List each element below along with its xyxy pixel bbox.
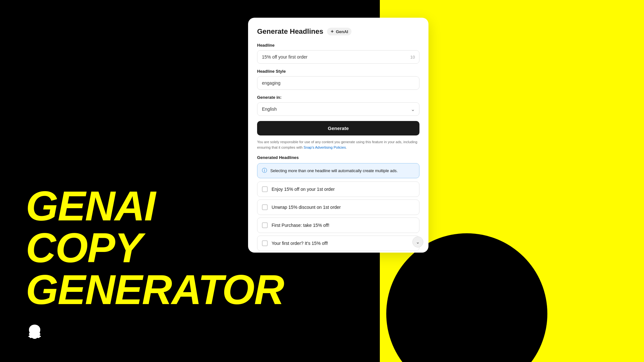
- scroll-down-button[interactable]: ⌄: [412, 237, 423, 247]
- scroll-down-icon: ⌄: [416, 239, 420, 245]
- headline-option-2[interactable]: Unwrap 15% discount on 1st order: [257, 200, 419, 215]
- headline-text-1: Enjoy 15% off on your 1st order: [272, 187, 335, 192]
- disclaimer-link[interactable]: Snap's Advertising Policies: [303, 145, 346, 149]
- info-banner-text: Selecting more than one headline will au…: [270, 169, 398, 173]
- snapchat-logo: [26, 324, 43, 343]
- checkbox-3[interactable]: [262, 222, 268, 228]
- generated-headlines-label: Generated Headlines: [257, 155, 419, 160]
- disclaimer: You are solely responsible for use of an…: [257, 139, 419, 150]
- generate-button[interactable]: Generate: [257, 121, 419, 135]
- panel-card: Generate Headlines ✦ GenAI Headline 10 H…: [248, 18, 428, 253]
- snapchat-ghost-icon: [26, 324, 43, 341]
- generate-in-label: Generate in:: [257, 95, 419, 100]
- title-line2: Copy Generator: [26, 227, 219, 311]
- headline-style-input[interactable]: [257, 76, 419, 90]
- panel-header: Generate Headlines ✦ GenAI: [257, 27, 419, 36]
- headline-label: Headline: [257, 43, 419, 48]
- generate-in-select-wrap: English French Spanish German Italian Po…: [257, 102, 419, 116]
- info-icon: ⓘ: [262, 167, 267, 174]
- headline-input[interactable]: [257, 50, 419, 64]
- headline-style-label: Headline Style: [257, 69, 419, 74]
- headline-input-wrap: 10: [257, 50, 419, 64]
- checkbox-4[interactable]: [262, 240, 268, 246]
- char-count: 10: [410, 55, 415, 60]
- badge-icon: ✦: [330, 29, 334, 34]
- left-panel: GenAI Copy Generator: [0, 0, 245, 362]
- panel-title: Generate Headlines: [257, 27, 323, 36]
- checkbox-1[interactable]: [262, 186, 268, 192]
- checkbox-2[interactable]: [262, 204, 268, 210]
- genai-badge: ✦ GenAI: [327, 28, 351, 35]
- info-banner: ⓘ Selecting more than one headline will …: [257, 163, 419, 178]
- badge-label: GenAI: [336, 29, 348, 34]
- headline-text-2: Unwrap 15% discount on 1st order: [272, 205, 341, 210]
- headline-option-4[interactable]: Your first order? It's 15% off!: [257, 236, 419, 251]
- headline-style-wrap: [257, 76, 419, 90]
- main-title: GenAI Copy Generator: [26, 185, 219, 311]
- generate-in-select[interactable]: English French Spanish German Italian Po…: [257, 102, 419, 116]
- headline-option-3[interactable]: First Purchase: take 15% off!: [257, 218, 419, 233]
- title-line1: GenAI: [26, 185, 219, 227]
- headline-text-4: Your first order? It's 15% off!: [272, 241, 328, 246]
- headline-text-3: First Purchase: take 15% off!: [272, 223, 330, 228]
- headline-option-1[interactable]: Enjoy 15% off on your 1st order: [257, 181, 419, 197]
- generate-in-wrap: Generate in: English French Spanish Germ…: [257, 95, 419, 116]
